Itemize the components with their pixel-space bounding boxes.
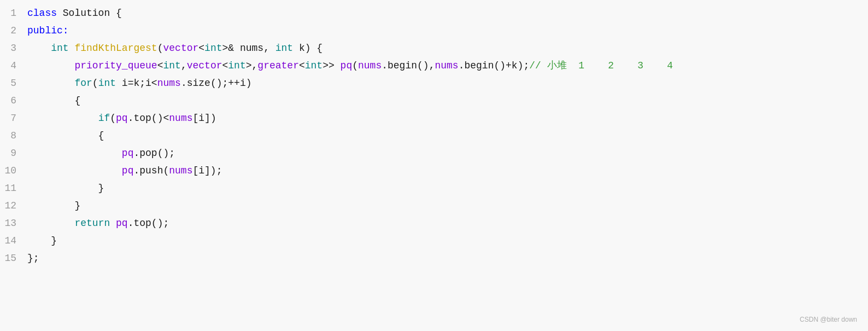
token: return	[74, 218, 110, 229]
line-number: 4	[0, 58, 27, 74]
code-line: 1class Solution {	[0, 5, 868, 23]
line-content: }	[27, 181, 868, 197]
token: Solution	[63, 8, 116, 19]
line-content: }	[27, 233, 868, 249]
code-line: 10 pq.push(nums[i]);	[0, 163, 868, 181]
token: nums	[157, 78, 181, 89]
token	[69, 43, 75, 54]
token: pq	[116, 113, 128, 124]
token	[27, 60, 74, 71]
token: {	[27, 130, 104, 141]
token: >>	[322, 60, 340, 71]
token: vector	[187, 60, 222, 71]
line-number: 6	[0, 93, 27, 109]
code-lines: 1class Solution {2public:3 int findKthLa…	[0, 5, 868, 268]
line-number: 5	[0, 76, 27, 92]
token: }	[27, 183, 104, 194]
token	[27, 78, 74, 89]
line-content: pq.push(nums[i]);	[27, 163, 868, 179]
token: public:	[27, 25, 69, 36]
code-line: 13 return pq.top();	[0, 216, 868, 233]
token	[110, 218, 116, 229]
token: ,	[181, 60, 187, 71]
line-content: pq.pop();	[27, 146, 868, 162]
line-content: int findKthLargest(vector<int>& nums, in…	[27, 40, 868, 57]
line-number: 8	[0, 128, 27, 144]
line-number: 9	[0, 146, 27, 162]
token: pq	[116, 218, 128, 229]
token: nums	[169, 113, 192, 124]
line-number: 7	[0, 111, 27, 127]
code-line: 7 if(pq.top()<nums[i])	[0, 111, 868, 128]
token: pq	[122, 165, 134, 176]
line-number: 12	[0, 198, 27, 214]
token: (	[110, 113, 116, 124]
token: int	[163, 60, 180, 71]
token: priority_queue	[74, 60, 157, 71]
line-number: 10	[0, 163, 27, 179]
token: (	[157, 43, 163, 54]
code-line: 2public:	[0, 23, 868, 40]
code-line: 12 }	[0, 198, 868, 216]
token: .push(	[133, 165, 169, 176]
token: <	[299, 60, 305, 71]
line-content: {	[27, 128, 868, 144]
token: int	[228, 60, 245, 71]
line-number: 2	[0, 23, 27, 39]
line-number: 15	[0, 251, 27, 267]
line-number: 1	[0, 5, 27, 22]
token: greater	[257, 60, 299, 71]
code-line: 3 int findKthLargest(vector<int>& nums, …	[0, 40, 868, 58]
line-content: };	[27, 251, 868, 267]
code-line: 8 {	[0, 128, 868, 146]
code-line: 15};	[0, 251, 868, 268]
line-number: 13	[0, 216, 27, 232]
code-line: 4 priority_queue<int,vector<int>,greater…	[0, 58, 868, 76]
token: .pop();	[133, 148, 175, 159]
token: int	[305, 60, 322, 71]
token: findKthLargest	[74, 43, 157, 54]
token	[27, 165, 122, 176]
code-line: 9 pq.pop();	[0, 146, 868, 163]
token: vector	[163, 43, 198, 54]
token	[27, 113, 98, 124]
code-line: 14 }	[0, 233, 868, 251]
token: for	[74, 78, 92, 89]
token: {	[27, 95, 80, 106]
token: k) {	[293, 43, 322, 54]
token: };	[27, 253, 39, 264]
token: pq	[122, 148, 134, 159]
token: >,	[246, 60, 258, 71]
token: (	[92, 78, 98, 89]
token: }	[27, 200, 80, 211]
code-line: 5 for(int i=k;i<nums.size();++i)	[0, 76, 868, 93]
token: .begin()+k);	[459, 60, 530, 71]
token: nums	[358, 60, 382, 71]
line-number: 14	[0, 233, 27, 249]
token: <	[198, 43, 204, 54]
token: >& nums,	[222, 43, 275, 54]
token: if	[98, 113, 110, 124]
token: .size();++i)	[181, 78, 252, 89]
line-content: priority_queue<int,vector<int>,greater<i…	[27, 58, 868, 74]
token: {	[116, 8, 122, 19]
line-content: return pq.top();	[27, 216, 868, 232]
token: nums	[435, 60, 458, 71]
token: <	[222, 60, 228, 71]
line-content: }	[27, 198, 868, 214]
code-line: 6 {	[0, 93, 868, 111]
token: [i])	[193, 113, 216, 124]
token	[27, 148, 122, 159]
token: i=k;i<	[116, 78, 157, 89]
line-content: class Solution {	[27, 5, 868, 22]
line-content: if(pq.top()<nums[i])	[27, 111, 868, 127]
line-content: {	[27, 93, 868, 109]
token: int	[204, 43, 222, 54]
token: int	[275, 43, 293, 54]
token	[27, 43, 51, 54]
token: // 小堆 1 2 3 4	[529, 60, 673, 71]
code-line: 11 }	[0, 181, 868, 198]
token: nums	[169, 165, 192, 176]
token: [i]);	[192, 165, 222, 176]
code-container: 1class Solution {2public:3 int findKthLa…	[0, 0, 868, 331]
